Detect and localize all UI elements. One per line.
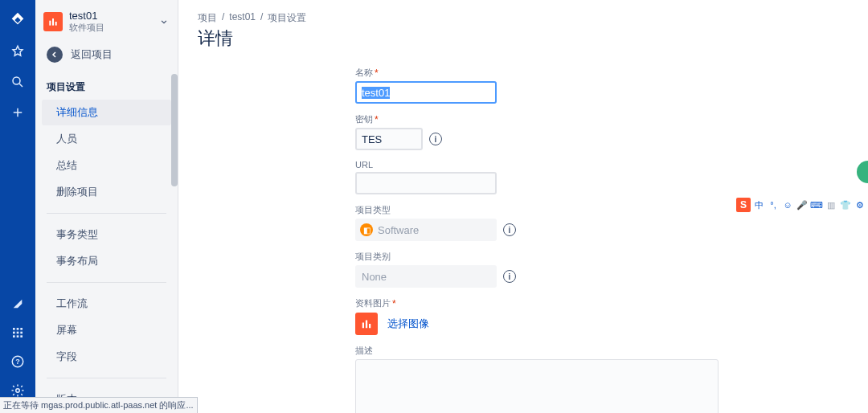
nav-item-details[interactable]: 详细信息	[42, 100, 171, 125]
required-icon: *	[375, 114, 379, 125]
svg-rect-19	[369, 324, 371, 328]
svg-point-13	[16, 389, 20, 393]
project-name: test01	[69, 10, 152, 22]
sidebar-heading: 项目设置	[35, 74, 178, 99]
nav-item-issue-layout[interactable]: 事务布局	[42, 248, 171, 274]
key-input[interactable]	[355, 128, 423, 150]
svg-line-1	[19, 84, 23, 87]
project-category-label: 项目类别	[355, 251, 391, 263]
scrollbar-thumb[interactable]	[171, 74, 178, 186]
info-icon[interactable]: i	[503, 270, 516, 283]
info-icon[interactable]: i	[503, 223, 516, 236]
svg-rect-9	[17, 335, 19, 337]
info-icon[interactable]: i	[429, 133, 442, 145]
back-label: 返回项目	[71, 47, 113, 62]
svg-rect-2	[13, 328, 15, 330]
settings-icon[interactable]	[10, 382, 26, 399]
name-input[interactable]	[355, 81, 497, 104]
ime-lang-label[interactable]: 中	[752, 198, 765, 211]
required-icon: *	[375, 67, 379, 79]
nav-item-issue-types[interactable]: 事务类型	[42, 222, 171, 247]
breadcrumb-settings[interactable]: 项目设置	[268, 11, 306, 25]
project-category-select[interactable]: None	[355, 265, 497, 288]
svg-rect-14	[49, 21, 51, 26]
svg-text:?: ?	[15, 358, 20, 366]
required-icon: *	[392, 298, 396, 309]
svg-rect-3	[17, 328, 19, 330]
browser-status-bar: 正在等待 mgas.prod.public.atl-paas.net 的响应..…	[0, 397, 198, 413]
svg-point-0	[13, 77, 20, 84]
svg-rect-7	[20, 332, 23, 334]
key-label: 密钥	[355, 113, 373, 125]
project-type-label: 软件项目	[69, 22, 152, 34]
project-avatar-preview	[355, 313, 378, 335]
nav-item-summary[interactable]: 总结	[42, 153, 171, 178]
app-logo-icon[interactable]	[9, 11, 27, 29]
search-icon[interactable]	[10, 74, 26, 90]
chevron-down-icon	[158, 16, 170, 27]
nav-item-screens[interactable]: 屏幕	[42, 317, 171, 343]
project-sidebar: test01 软件项目 返回项目 项目设置 详细信息 人员 总结 删除项目 事务…	[35, 0, 178, 413]
nav-item-delete[interactable]: 删除项目	[42, 179, 171, 205]
svg-rect-18	[366, 321, 367, 329]
nav-item-fields[interactable]: 字段	[42, 344, 171, 370]
notification-icon[interactable]	[10, 296, 26, 312]
ime-keyboard-icon[interactable]: ⌨	[810, 198, 823, 211]
select-image-link[interactable]: 选择图像	[387, 317, 429, 331]
sidebar-nav: 项目设置 详细信息 人员 总结 删除项目 事务类型 事务布局 工作流 屏幕 字段…	[35, 74, 178, 413]
page-title: 详情	[198, 27, 849, 51]
back-to-project[interactable]: 返回项目	[35, 40, 178, 74]
project-type-value: Software	[378, 224, 419, 236]
ime-punct-icon[interactable]: °,	[767, 198, 780, 211]
svg-rect-6	[17, 332, 19, 334]
breadcrumb-project[interactable]: test01	[229, 11, 256, 25]
svg-rect-15	[52, 18, 54, 26]
global-nav-rail: ?	[0, 0, 35, 413]
svg-rect-8	[13, 335, 15, 337]
ime-toolbar[interactable]: S 中 °, ☺ 🎤 ⌨ ▥ 👕 ⚙	[735, 196, 868, 214]
breadcrumb: 项目 / test01 / 项目设置	[198, 11, 849, 25]
svg-rect-10	[20, 335, 23, 337]
nav-separator	[47, 213, 166, 214]
ime-tool-icon[interactable]: 👕	[839, 198, 852, 211]
name-label: 名称	[355, 67, 373, 79]
help-icon[interactable]: ?	[10, 354, 26, 370]
ime-emoji-icon[interactable]: ☺	[781, 198, 794, 211]
project-switcher[interactable]: test01 软件项目	[35, 0, 178, 40]
project-type-select: ◧ Software	[355, 219, 497, 241]
url-label: URL	[355, 160, 373, 170]
avatar-label: 资料图片	[355, 297, 391, 309]
breadcrumb-projects[interactable]: 项目	[198, 11, 217, 25]
star-icon[interactable]	[10, 43, 26, 59]
ime-logo-icon: S	[736, 198, 751, 212]
nav-separator	[47, 282, 166, 283]
plus-icon[interactable]	[10, 104, 26, 121]
nav-item-people[interactable]: 人员	[42, 126, 171, 152]
apps-icon[interactable]	[10, 325, 26, 341]
svg-rect-16	[55, 22, 57, 26]
svg-rect-17	[362, 323, 364, 329]
ime-voice-icon[interactable]: 🎤	[796, 198, 809, 211]
ime-skin-icon[interactable]: ▥	[825, 198, 837, 211]
arrow-left-icon	[47, 47, 63, 63]
svg-rect-4	[20, 328, 23, 330]
url-input[interactable]	[355, 172, 497, 194]
svg-rect-5	[13, 332, 15, 334]
software-icon: ◧	[360, 223, 373, 236]
nav-item-workflows[interactable]: 工作流	[42, 291, 171, 317]
description-label: 描述	[355, 345, 373, 357]
project-avatar-icon	[43, 12, 63, 31]
project-type-label: 项目类型	[355, 204, 391, 216]
nav-separator	[47, 378, 166, 378]
ime-settings-icon[interactable]: ⚙	[854, 198, 866, 211]
description-input[interactable]	[355, 359, 719, 413]
